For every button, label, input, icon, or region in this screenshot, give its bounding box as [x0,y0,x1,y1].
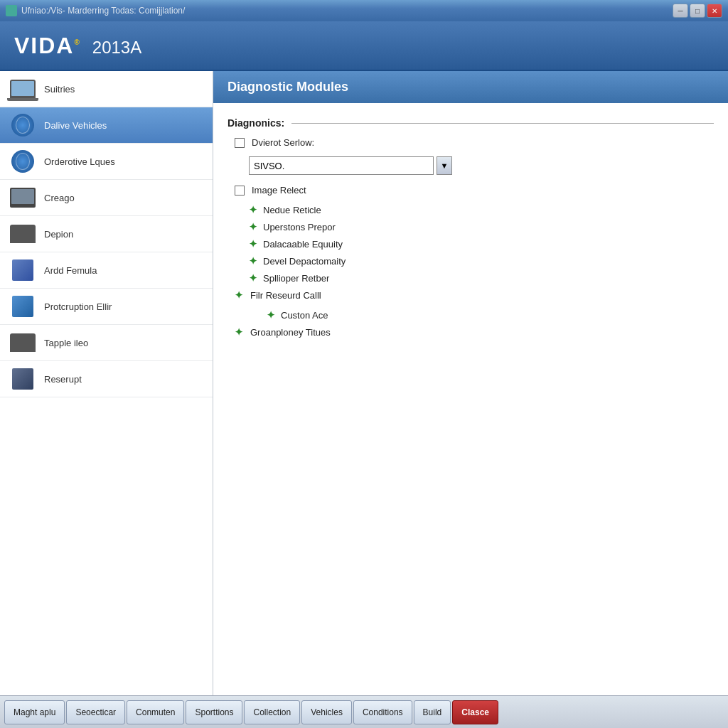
dropdown-row: ▼ [249,156,714,175]
tree-label: Uperstons Prepor [263,222,336,232]
sidebar-label: Dalive Vehicles [44,120,107,131]
check-icon: ✦ [249,238,257,250]
sidebar-item-reserupt[interactable]: Reserupt [0,361,213,397]
tree-item-spllioper-retber: ✦ Spllioper Retber [249,272,714,284]
sidebar-label: Depion [44,229,73,240]
app-icon [6,5,17,16]
conmuten-button[interactable]: Conmuten [127,700,184,724]
sidebar-label: Ardd Femula [44,265,97,276]
tree-item-nedue-reticle: ✦ Nedue Reticle [249,204,714,215]
laptop3-icon [9,332,37,353]
sidebar-label: Tapple ileo [44,338,88,348]
tree-label: Spllioper Retber [263,273,329,284]
tree-item-devel-depactomaity: ✦ Devel Depactomaity [249,255,714,267]
title-bar: Ufniao:/Vis- Marderring Todas: Comijjlat… [0,0,728,21]
maght-aplu-button[interactable]: Maght aplu [4,700,65,724]
title-bar-text: Ufniao:/Vis- Marderring Todas: Comijjlat… [6,5,185,16]
sidebar-item-protcruption-ellir[interactable]: Protcruption Ellir [0,289,213,325]
tree-label: Devel Depactomaity [263,256,346,267]
check-icon: ✦ [249,204,257,215]
dvierot-serlow-checkbox[interactable] [235,138,245,148]
title-bar-controls: ─ □ ✕ [673,4,722,18]
page-title: Diagnostic Modules [228,80,714,95]
groanploney-label: Groanploney Titues [250,327,331,338]
image-relect-label: Image Relect [252,185,306,196]
dvierot-serlow-label: Dvierot Serlow: [252,137,314,148]
groanploney-row: ✦ Groanploney Titues [235,326,714,338]
filr-check-icon: ✦ [235,289,243,301]
maximize-button[interactable]: □ [690,4,705,18]
main-container: Suitries Dalive Vehicles Orderotive Lque… [0,71,728,695]
check-icon: ✦ [249,255,257,267]
sporttions-button[interactable]: Sporttions [186,700,242,724]
sidebar: Suitries Dalive Vehicles Orderotive Lque… [0,71,213,695]
sidebar-label: Suitries [44,84,75,95]
sidebar-item-suitries[interactable]: Suitries [0,71,213,107]
check-icon: ✦ [267,309,275,321]
dropdown-arrow-button[interactable]: ▼ [437,156,452,175]
check-icon: ✦ [249,272,257,284]
header-bar: VIDA® 2013A [0,21,728,71]
globe-icon [9,114,37,136]
filr-label: Filr Reseurd Calll [250,290,321,301]
sidebar-label: Creago [44,193,75,203]
tree-item-uperstons-prepor: ✦ Uperstons Prepor [249,221,714,232]
tree-label: Custon Ace [281,310,328,321]
sivso-dropdown-input[interactable] [249,156,434,175]
sidebar-item-orderotive-lques[interactable]: Orderotive Lques [0,144,213,180]
collection-button[interactable]: Collection [244,700,300,724]
title-bar-label: Ufniao:/Vis- Marderring Todas: Comijjlat… [21,6,185,16]
sidebar-item-depion[interactable]: Depion [0,216,213,252]
vida-brand: VIDA® [14,33,81,59]
package-icon [9,296,37,317]
sidebar-item-dalive-vehicles[interactable]: Dalive Vehicles [0,107,213,144]
content-body: Diagnonics: Dvierot Serlow: ▼ Image Rele… [213,103,728,360]
content-area: Diagnostic Modules Diagnonics: Dvierot S… [213,71,728,695]
tree-label: Dalacaable Equuity [263,239,343,250]
sidebar-label: Protcruption Ellir [44,301,112,312]
vida-version: 2013A [92,38,141,58]
build-button[interactable]: Build [414,700,451,724]
tree-item-dalacable-equuity: ✦ Dalacaable Equuity [249,238,714,250]
dvierot-serlow-row: Dvierot Serlow: [235,137,714,148]
sidebar-label: Reserupt [44,374,82,385]
bottom-toolbar: Maght aplu Seoecticar Conmuten Sporttion… [0,695,728,728]
sidebar-item-tapple-ileo[interactable]: Tapple ileo [0,325,213,361]
content-header: Diagnostic Modules [213,71,728,103]
box-icon [9,259,37,281]
report-icon [9,368,37,390]
image-relect-checkbox[interactable] [235,186,245,196]
sidebar-label: Orderotive Lques [44,156,115,167]
check-icon: ✦ [249,221,257,232]
monitor-icon [9,187,37,208]
sidebar-item-ardd-femula[interactable]: Ardd Femula [0,252,213,289]
minimize-button[interactable]: ─ [673,4,688,18]
tree-label: Nedue Reticle [263,205,321,215]
seoecticar-button[interactable]: Seoecticar [66,700,125,724]
vehicles-button[interactable]: Vehicles [301,700,352,724]
vida-logo: VIDA® 2013A [14,33,141,59]
conditions-button[interactable]: Conditions [353,700,412,724]
image-relect-row: Image Relect [235,185,714,196]
groanploney-check-icon: ✦ [235,326,243,338]
clasce-button[interactable]: Clasce [452,700,498,724]
laptop2-icon [9,223,37,245]
laptop-icon [9,78,37,100]
sidebar-item-creago[interactable]: Creago [0,180,213,216]
window-close-button[interactable]: ✕ [707,4,722,18]
section-label: Diagnonics: [228,117,714,129]
tree-item-custon-ace: ✦ Custon Ace [267,309,714,321]
filr-row: ✦ Filr Reseurd Calll [235,289,714,301]
globe2-icon [9,151,37,172]
